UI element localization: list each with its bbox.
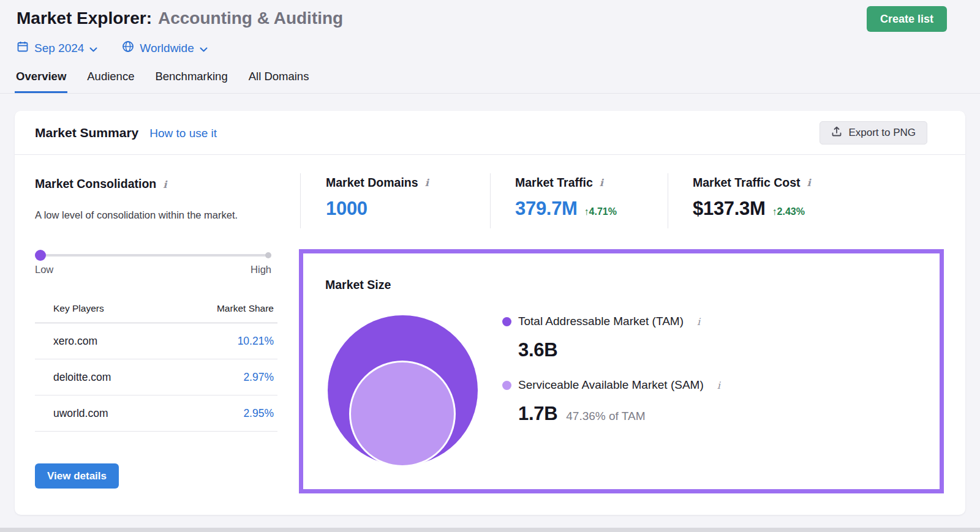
tam-legend-row: Total Addressable Market (TAM) i xyxy=(502,315,700,328)
tab-audience[interactable]: Audience xyxy=(86,64,135,93)
tam-label: Total Addressable Market (TAM) xyxy=(518,315,684,328)
region-filter-label: Worldwide xyxy=(140,42,194,55)
info-icon[interactable]: i xyxy=(717,380,720,391)
player-share[interactable]: 10.21% xyxy=(238,335,274,348)
player-domain: uworld.com xyxy=(53,407,108,420)
market-explorer-page: Market Explorer:Accounting & Auditing Cr… xyxy=(0,0,980,532)
column-divider xyxy=(490,173,491,228)
window-bottom-edge xyxy=(0,528,980,532)
slider-end-dot xyxy=(265,252,271,258)
info-icon[interactable]: i xyxy=(425,177,429,189)
player-domain: xero.com xyxy=(53,335,97,348)
date-filter[interactable]: Sep 2024 xyxy=(17,40,97,56)
market-traffic-cost-label: Market Traffic Costi xyxy=(693,176,811,190)
market-domains-label: Market Domainsi xyxy=(326,176,429,190)
sam-legend-dot xyxy=(502,381,511,390)
region-filter[interactable]: Worldwide xyxy=(122,40,207,56)
chevron-down-icon xyxy=(89,42,97,55)
slider-labels: Low High xyxy=(35,264,271,275)
slider-handle xyxy=(35,250,46,261)
page-title-market-name: Accounting & Auditing xyxy=(158,9,343,28)
info-icon[interactable]: i xyxy=(807,177,811,189)
player-share[interactable]: 2.97% xyxy=(243,371,274,384)
tab-overview[interactable]: Overview xyxy=(15,64,67,93)
card-divider xyxy=(15,154,965,155)
market-domains-label-text: Market Domains xyxy=(326,176,418,190)
market-traffic-label: Market Traffici xyxy=(515,176,617,190)
tab-all-domains[interactable]: All Domains xyxy=(247,64,311,93)
sam-circle xyxy=(349,361,456,467)
market-domains-value: 1000 xyxy=(326,198,368,220)
player-share[interactable]: 2.95% xyxy=(243,407,274,420)
info-icon[interactable]: i xyxy=(163,179,167,190)
market-consolidation-title: Market Consolidationi xyxy=(35,177,167,191)
tam-legend-dot xyxy=(502,317,511,326)
slider-track xyxy=(35,254,271,257)
page-title-prefix: Market Explorer: xyxy=(17,9,152,28)
consolidation-slider xyxy=(35,250,271,261)
create-list-button[interactable]: Create list xyxy=(867,6,947,32)
date-filter-label: Sep 2024 xyxy=(34,42,84,55)
key-players-table: Key Players Market Share xero.com 10.21%… xyxy=(35,303,277,432)
column-divider xyxy=(300,173,301,228)
sam-label: Serviceable Available Market (SAM) xyxy=(518,378,704,392)
sam-share-of-tam: 47.36% of TAM xyxy=(566,410,645,423)
export-to-png-button[interactable]: Export to PNG xyxy=(820,121,927,144)
market-traffic-cost-value: $137.3M xyxy=(693,198,766,220)
tam-value: 3.6B xyxy=(518,339,557,361)
globe-icon xyxy=(122,40,134,56)
market-consolidation-description: A low level of consolidation within the … xyxy=(35,208,251,223)
tab-bar: Overview Audience Benchmarking All Domai… xyxy=(0,64,980,94)
export-button-label: Export to PNG xyxy=(848,127,916,139)
key-players-header-row: Key Players Market Share xyxy=(35,303,277,323)
filter-bar: Sep 2024 Worldwide xyxy=(17,40,208,56)
info-icon[interactable]: i xyxy=(697,316,700,328)
info-icon[interactable]: i xyxy=(600,177,603,189)
how-to-use-link[interactable]: How to use it xyxy=(149,127,217,140)
sam-value-row: 1.7B 47.36% of TAM xyxy=(518,403,646,425)
slider-low-label: Low xyxy=(35,264,53,275)
card-title: Market Summary xyxy=(35,126,138,140)
key-players-header: Key Players xyxy=(53,303,104,314)
slider-high-label: High xyxy=(251,264,271,275)
player-domain: deloitte.com xyxy=(53,371,111,384)
market-traffic-delta: ↑4.71% xyxy=(584,206,617,217)
market-size-section-highlight: Market Size Total Addressable Market (TA… xyxy=(299,249,944,493)
market-traffic-cost-metric: Market Traffic Costi $137.3M ↑2.43% xyxy=(693,176,811,220)
page-title: Market Explorer:Accounting & Auditing xyxy=(17,9,343,28)
sam-value: 1.7B xyxy=(518,403,557,425)
chevron-down-icon xyxy=(200,42,208,55)
market-size-title: Market Size xyxy=(325,278,391,292)
market-traffic-metric: Market Traffici 379.7M ↑4.71% xyxy=(515,176,617,220)
market-consolidation-title-text: Market Consolidation xyxy=(35,177,156,190)
column-divider xyxy=(668,173,668,228)
export-icon xyxy=(831,126,842,140)
table-row: deloitte.com 2.97% xyxy=(35,359,277,395)
view-details-button[interactable]: View details xyxy=(35,463,119,489)
market-traffic-value: 379.7M xyxy=(515,198,578,220)
card-header: Market Summary How to use it xyxy=(35,126,217,140)
tab-benchmarking[interactable]: Benchmarking xyxy=(154,64,228,93)
sam-legend-row: Serviceable Available Market (SAM) i xyxy=(502,378,720,392)
market-summary-card: Market Summary How to use it Export to P… xyxy=(15,111,965,515)
market-domains-metric: Market Domainsi 1000 xyxy=(326,176,429,220)
calendar-icon xyxy=(17,40,29,56)
market-share-header: Market Share xyxy=(217,303,274,314)
market-traffic-cost-label-text: Market Traffic Cost xyxy=(693,176,801,190)
market-traffic-label-text: Market Traffic xyxy=(515,176,593,190)
market-traffic-cost-delta: ↑2.43% xyxy=(772,206,805,217)
table-row: xero.com 10.21% xyxy=(35,323,277,359)
table-row: uworld.com 2.95% xyxy=(35,395,277,432)
